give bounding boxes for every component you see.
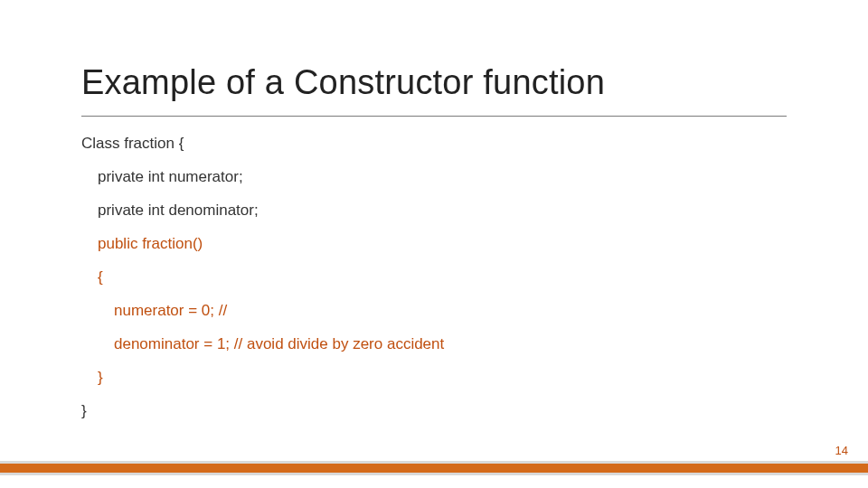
code-line: private int denominator; [81,202,787,218]
slide-title: Example of a Constructor function [81,63,605,102]
code-line: } [81,403,787,418]
footer-bar-bot [0,473,868,475]
page-number: 14 [835,444,848,457]
slide: Example of a Constructor function Class … [0,0,868,488]
code-line: private int numerator; [81,169,787,184]
code-block: Class fraction { private int numerator; … [81,136,787,436]
title-underline [81,116,787,117]
code-line: numerator = 0; // [81,303,787,318]
code-line: Class fraction { [81,136,787,151]
footer-accent-bar [0,461,868,475]
code-line: denominator = 1; // avoid divide by zero… [81,336,787,352]
code-line: { [81,269,787,285]
code-line-constructor: public fraction() [81,236,787,251]
code-line: } [81,370,787,385]
footer-bar-mid [0,464,868,473]
